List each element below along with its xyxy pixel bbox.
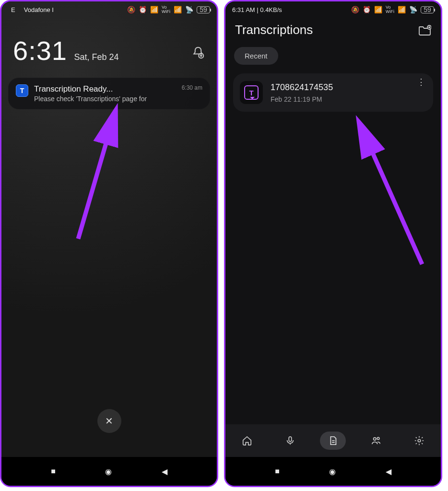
lock-date: Sat, Feb 24	[74, 52, 118, 62]
signal-icon: 📶	[374, 6, 382, 13]
nav-home-icon[interactable]: ◉	[329, 467, 336, 476]
status-bar: 6:31 AM | 0.4KB/s 🔕 ⏰ 📶 VoWiFi 📶 📡 59	[225, 1, 441, 16]
vowifi-icon: VoWiFi	[162, 5, 170, 14]
notification-time: 6:30 am	[182, 84, 202, 91]
transcription-thumb: T	[240, 81, 263, 104]
notification-settings-icon[interactable]	[191, 46, 205, 60]
phone-transcriptions-app: 6:31 AM | 0.4KB/s 🔕 ⏰ 📶 VoWiFi 📶 📡 59 Tr…	[224, 0, 442, 487]
phone-lockscreen: E Vodafone I 🔕 ⏰ 📶 VoWiFi 📶 📡 59 6:31 Sa…	[0, 0, 218, 487]
signal-icon: 📶	[150, 6, 158, 13]
transcription-name: 1708624174535	[271, 82, 333, 93]
status-prefix: E	[11, 6, 15, 13]
app-header: Transcriptions	[225, 16, 441, 41]
status-bar: E Vodafone I 🔕 ⏰ 📶 VoWiFi 📶 📡 59	[1, 1, 217, 16]
battery-icon: 59	[197, 6, 210, 13]
svg-point-7	[418, 439, 421, 442]
more-icon[interactable]: ⋮	[417, 81, 425, 83]
lock-time: 6:31	[13, 35, 67, 66]
nav-back-icon[interactable]: ◀	[162, 467, 167, 476]
battery-icon: 59	[421, 6, 434, 13]
bottom-tab-bar	[225, 424, 441, 457]
dismiss-button[interactable]: ✕	[97, 409, 121, 433]
system-nav-bar: ■ ◉ ◀	[225, 457, 441, 486]
notification-body: Please check 'Transcriptions' page for	[34, 95, 176, 103]
filter-recent[interactable]: Recent	[234, 47, 278, 65]
tab-transcriptions[interactable]	[320, 432, 346, 450]
tab-contacts[interactable]	[363, 432, 389, 450]
nav-recents-icon[interactable]: ■	[51, 467, 56, 476]
status-left-text: 6:31 AM | 0.4KB/s	[232, 6, 282, 13]
notification-title: Transcription Ready...	[34, 84, 176, 94]
alarm-icon: ⏰	[139, 6, 147, 13]
wifi-icon: 📡	[185, 6, 193, 13]
nav-home-icon[interactable]: ◉	[105, 467, 112, 476]
alarm-icon: ⏰	[363, 6, 371, 13]
transcription-item[interactable]: T 1708624174535 Feb 22 11:19 PM ⋮	[233, 73, 433, 112]
svg-point-5	[374, 438, 377, 441]
transcription-thumb-letter: T	[244, 85, 259, 100]
tab-mic[interactable]	[277, 432, 303, 450]
svg-line-3	[365, 135, 422, 264]
carrier-name: Vodafone I	[24, 6, 54, 13]
wifi-icon: 📡	[409, 6, 417, 13]
tab-settings[interactable]	[406, 432, 432, 450]
tab-home[interactable]	[234, 432, 260, 450]
svg-point-6	[377, 437, 380, 440]
lockscreen-clock-row: 6:31 Sat, Feb 24	[1, 16, 217, 78]
nav-recents-icon[interactable]: ■	[275, 467, 280, 476]
notification-app-icon: T	[16, 84, 28, 97]
svg-rect-4	[289, 437, 292, 442]
dnd-icon: 🔕	[351, 6, 359, 13]
transcription-date: Feb 22 11:19 PM	[271, 95, 333, 103]
signal2-icon: 📶	[174, 6, 182, 13]
notification-card[interactable]: T Transcription Ready... Please check 'T…	[8, 78, 210, 109]
system-nav-bar: ■ ◉ ◀	[1, 457, 217, 486]
nav-back-icon[interactable]: ◀	[386, 467, 391, 476]
signal2-icon: 📶	[398, 6, 406, 13]
new-folder-icon[interactable]	[419, 25, 431, 35]
svg-line-1	[78, 124, 112, 239]
dnd-icon: 🔕	[127, 6, 135, 13]
vowifi-icon: VoWiFi	[386, 5, 394, 14]
page-title: Transcriptions	[235, 23, 313, 37]
